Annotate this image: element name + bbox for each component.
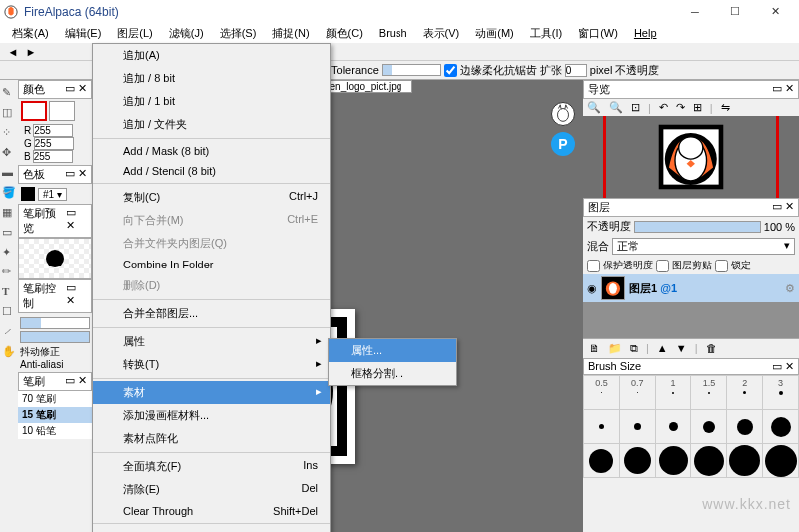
eyedrop-tool-icon[interactable]: ⟋ — [2, 325, 16, 339]
swatch-black[interactable] — [21, 187, 35, 201]
menu-add[interactable]: 追加(A) — [93, 44, 330, 67]
dot-tool-icon[interactable]: ⁘ — [2, 126, 16, 140]
brush-size-14[interactable] — [656, 444, 692, 478]
menu-window[interactable]: 窗口(W) — [570, 24, 626, 43]
menu-snap[interactable]: 捕捉(N) — [264, 24, 317, 43]
layer-item-1[interactable]: ◉ 图层1 @1 ⚙ — [583, 274, 799, 302]
zoom-in-icon[interactable]: 🔍 — [587, 101, 601, 114]
maximize-button[interactable]: ☐ — [715, 0, 755, 23]
pen-row-3[interactable]: 10 铅笔 — [18, 423, 92, 439]
pen-row-1[interactable]: 70 笔刷 — [18, 391, 92, 407]
menu-brush[interactable]: Brush — [371, 25, 415, 41]
brush-size-2[interactable]: 1 — [656, 376, 692, 410]
swatch-select[interactable]: #1 ▾ — [38, 188, 67, 201]
menu-help[interactable]: Help — [626, 25, 665, 41]
next-icon[interactable]: ► — [24, 45, 38, 59]
menu-clear-through[interactable]: Clear ThroughShift+Del — [93, 501, 330, 521]
menu-file[interactable]: 档案(A) — [4, 24, 57, 43]
menu-add-panel[interactable]: 添加漫画框材料... — [93, 404, 330, 427]
select-wand-icon[interactable]: ✦ — [2, 246, 16, 260]
menu-copy[interactable]: 复制(C)Ctrl+J — [93, 186, 330, 209]
menu-filter[interactable]: 滤镜(J) — [161, 24, 212, 43]
protect-alpha-checkbox[interactable] — [587, 260, 600, 272]
brush-size-17[interactable] — [763, 444, 799, 478]
p-badge-icon[interactable]: P — [551, 132, 575, 156]
brush-size-11[interactable] — [763, 410, 799, 444]
new-folder-icon[interactable]: 📁 — [608, 342, 622, 355]
layer-opacity-slider[interactable] — [634, 221, 761, 233]
bg-color[interactable] — [49, 101, 75, 121]
select-rect-icon[interactable]: ▭ — [2, 226, 16, 240]
g-input[interactable] — [34, 137, 74, 150]
submenu-props[interactable]: 属性... — [329, 339, 456, 362]
menu-fill[interactable]: 全面填充(F)Ins — [93, 455, 330, 478]
submenu-split[interactable]: 框格分割... — [329, 362, 456, 385]
menu-clear[interactable]: 清除(E)Del — [93, 478, 330, 501]
soft-edge-checkbox[interactable] — [444, 64, 457, 77]
gradient-tool-icon[interactable]: ▦ — [2, 206, 16, 220]
panel-tool-icon[interactable]: ☐ — [2, 305, 16, 319]
menu-merge-all[interactable]: 合并全部图层... — [93, 302, 330, 325]
rotate-left-icon[interactable]: ↶ — [659, 101, 668, 114]
brush-size-0[interactable]: 0.5 — [584, 376, 620, 410]
brush-size-3[interactable]: 1.5 — [691, 376, 727, 410]
alpaca-badge-icon[interactable] — [551, 102, 575, 126]
hand-tool-icon[interactable]: ✋ — [2, 345, 16, 359]
menu-select[interactable]: 选择(S) — [212, 24, 265, 43]
brush-size-15[interactable] — [691, 444, 727, 478]
brush-size-6[interactable] — [584, 410, 620, 444]
expand-input[interactable] — [565, 64, 587, 77]
menu-color[interactable]: 颜色(C) — [318, 24, 371, 43]
menu-delete[interactable]: 删除(D) — [93, 274, 330, 297]
minimize-button[interactable]: ─ — [675, 0, 715, 23]
fg-color[interactable] — [21, 101, 47, 121]
layer-down-icon[interactable]: ▼ — [676, 342, 687, 355]
new-layer-icon[interactable]: 🗎 — [589, 342, 600, 355]
tab-logo[interactable]: en_logo_pict.jpg — [319, 80, 413, 93]
layer-up-icon[interactable]: ▲ — [657, 342, 668, 355]
prev-icon[interactable]: ◄ — [6, 45, 20, 59]
zoom-fit-icon[interactable]: ⊡ — [631, 101, 640, 114]
menu-add-mask[interactable]: Add / Mask (8 bit) — [93, 141, 330, 161]
menu-rasterize[interactable]: 素材点阵化 — [93, 427, 330, 450]
delete-layer-icon[interactable]: 🗑 — [706, 342, 717, 355]
bucket-tool-icon[interactable]: 🪣 — [2, 186, 16, 200]
menu-combine[interactable]: Combine In Folder — [93, 255, 330, 274]
menu-merge-folder[interactable]: 合并文件夹内图层(Q) — [93, 232, 330, 255]
brush-size-9[interactable] — [691, 410, 727, 444]
reset-icon[interactable]: ⊞ — [693, 101, 702, 114]
menu-anim[interactable]: 动画(M) — [467, 24, 522, 43]
visibility-icon[interactable]: ◉ — [587, 282, 597, 295]
pen-row-2[interactable]: 15 笔刷 — [18, 407, 92, 423]
flip-icon[interactable]: ⇋ — [721, 101, 730, 114]
menu-tools[interactable]: 工具(I) — [522, 24, 570, 43]
menu-view[interactable]: 表示(V) — [415, 24, 468, 43]
text-tool-icon[interactable]: T — [2, 285, 16, 299]
menu-add-stencil[interactable]: Add / Stencil (8 bit) — [93, 161, 330, 181]
menu-add8[interactable]: 追加 / 8 bit — [93, 67, 330, 90]
menu-edit[interactable]: 编辑(E) — [57, 24, 110, 43]
b-input[interactable] — [33, 150, 73, 163]
blend-select[interactable]: 正常▾ — [612, 238, 795, 255]
brush-opacity-slider[interactable] — [20, 331, 90, 343]
tolerance-slider[interactable] — [382, 64, 441, 76]
brush-size-13[interactable] — [620, 444, 656, 478]
menu-convert[interactable]: 转换(T)▸ — [93, 353, 330, 376]
select-pen-icon[interactable]: ✏ — [2, 266, 16, 279]
brush-size-16[interactable] — [727, 444, 763, 478]
dup-layer-icon[interactable]: ⧉ — [630, 342, 638, 355]
menu-rotate[interactable]: 旋转(R)▸ — [93, 526, 330, 532]
menu-add-folder[interactable]: 追加 / 文件夹 — [93, 113, 330, 136]
brush-size-8[interactable] — [656, 410, 692, 444]
brush-size-5[interactable]: 3 — [763, 376, 799, 410]
brush-size-4[interactable]: 2 — [727, 376, 763, 410]
menu-material[interactable]: 素材▸ — [93, 381, 330, 404]
nav-preview[interactable] — [583, 116, 799, 198]
menu-props[interactable]: 属性▸ — [93, 330, 330, 353]
brush-size-10[interactable] — [727, 410, 763, 444]
zoom-out-icon[interactable]: 🔍 — [609, 101, 623, 114]
clip-checkbox[interactable] — [656, 260, 669, 272]
gear-icon[interactable]: ⚙ — [785, 282, 795, 295]
lock-checkbox[interactable] — [715, 260, 728, 272]
brush-size-1[interactable]: 0.7 — [620, 376, 656, 410]
